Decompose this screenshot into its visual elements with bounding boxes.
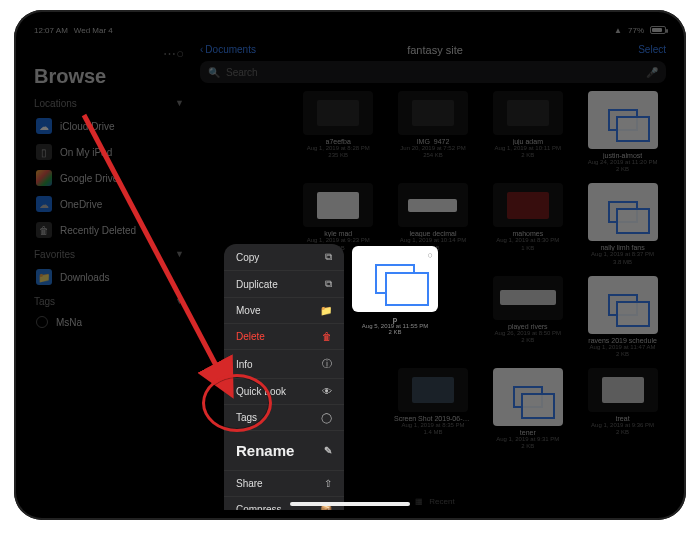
- folder-title: fantasy site: [407, 44, 463, 56]
- onedrive-icon: ☁: [36, 196, 52, 212]
- menu-item-rename[interactable]: Rename✎: [224, 431, 344, 471]
- battery-icon: [650, 26, 666, 34]
- context-menu: Copy⧉ Duplicate⧉ Move📁 Delete🗑 Infoⓘ Qui…: [224, 244, 344, 510]
- share-icon: ⇧: [324, 478, 332, 489]
- back-button[interactable]: ‹ Documents: [200, 44, 256, 55]
- menu-item-share[interactable]: Share⇧: [224, 471, 344, 497]
- menu-item-tags[interactable]: Tags◯: [224, 405, 344, 431]
- status-time: 12:07 AM: [34, 26, 68, 35]
- menu-item-duplicate[interactable]: Duplicate⧉: [224, 271, 344, 298]
- folder-icon: 📁: [36, 269, 52, 285]
- google-drive-icon: [36, 170, 52, 186]
- grid-view-icon[interactable]: ▦: [415, 497, 423, 506]
- status-bar: 12:07 AM Wed Mar 4 ▲ 77%: [24, 20, 676, 40]
- ipad-device-frame: 12:07 AM Wed Mar 4 ▲ 77% ⋯○ Browse Locat…: [14, 10, 686, 520]
- screen: 12:07 AM Wed Mar 4 ▲ 77% ⋯○ Browse Locat…: [24, 20, 676, 510]
- sidebar-item-downloads[interactable]: 📁Downloads: [34, 264, 184, 290]
- sidebar-item-onedrive[interactable]: ☁OneDrive: [34, 191, 184, 217]
- file-item[interactable]: IMG_9472Jun 20, 2019 at 7:52 PM254 KB: [390, 91, 477, 173]
- browse-sidebar: ⋯○ Browse Locations ▼ ☁iCloud Drive ▯On …: [24, 40, 194, 510]
- search-input[interactable]: 🔍 Search 🎤: [200, 61, 666, 83]
- sidebar-item-recently-deleted[interactable]: 🗑Recently Deleted: [34, 217, 184, 243]
- search-icon: 🔍: [208, 67, 220, 78]
- sidebar-item-google-drive[interactable]: Google Drive: [34, 165, 184, 191]
- menu-item-copy[interactable]: Copy⧉: [224, 244, 344, 271]
- selected-file-meta: p Aug 5, 2019 at 11:55 PM2 KB: [352, 316, 438, 335]
- copy-icon: ⧉: [325, 251, 332, 263]
- chevron-down-icon: ▼: [175, 98, 184, 109]
- file-item[interactable]: a7eefbaAug 1, 2019 at 8:28 PM235 KB: [295, 91, 382, 173]
- tags-header[interactable]: Tags ▼: [34, 296, 184, 307]
- locations-header[interactable]: Locations ▼: [34, 98, 184, 109]
- chevron-down-icon: ▼: [175, 296, 184, 307]
- battery-pct: 77%: [628, 26, 644, 35]
- file-item[interactable]: justin-almostAug 24, 2019 at 11:20 PM2 K…: [579, 91, 666, 173]
- badge-icon: ○: [428, 250, 433, 260]
- file-item[interactable]: Screen Shot 2019-06-01 at...Aug 1, 2019 …: [390, 368, 477, 450]
- wifi-icon: ▲: [614, 26, 622, 35]
- sidebar-item-on-my-ipad[interactable]: ▯On My iPad: [34, 139, 184, 165]
- eye-icon: 👁: [322, 386, 332, 397]
- file-item[interactable]: treatAug 1, 2019 at 9:36 PM2 KB: [579, 368, 666, 450]
- folder-icon: 📁: [320, 305, 332, 316]
- menu-item-move[interactable]: Move📁: [224, 298, 344, 324]
- file-item[interactable]: played riversAug 26, 2019 at 8:50 PM2 KB: [484, 276, 571, 358]
- trash-icon: 🗑: [36, 222, 52, 238]
- bottom-toolbar: ▦ Recent: [415, 497, 454, 506]
- home-indicator[interactable]: [290, 502, 410, 506]
- ipad-icon: ▯: [36, 144, 52, 160]
- favorites-header[interactable]: Favorites ▼: [34, 249, 184, 260]
- tag-circle-icon: [36, 316, 48, 328]
- menu-item-delete[interactable]: Delete🗑: [224, 324, 344, 350]
- more-icon[interactable]: ⋯○: [163, 46, 184, 61]
- file-item[interactable]: ravens 2019 scheduleAug 1, 2019 at 11:47…: [579, 276, 666, 358]
- menu-item-quick-look[interactable]: Quick Look👁: [224, 379, 344, 405]
- selected-file-preview[interactable]: ○: [352, 246, 438, 312]
- sidebar-tag-item[interactable]: MsNa: [34, 311, 184, 333]
- tag-icon: ◯: [321, 412, 332, 423]
- chevron-down-icon: ▼: [175, 249, 184, 260]
- file-item[interactable]: mahomesAug 1, 2019 at 8:30 PM1 KB: [484, 183, 571, 265]
- menu-item-info[interactable]: Infoⓘ: [224, 350, 344, 379]
- webloc-icon: [375, 264, 415, 294]
- trash-icon: 🗑: [322, 331, 332, 342]
- pencil-icon: ✎: [324, 445, 332, 456]
- duplicate-icon: ⧉: [325, 278, 332, 290]
- status-date: Wed Mar 4: [74, 26, 113, 35]
- mic-icon[interactable]: 🎤: [646, 67, 658, 78]
- file-item[interactable]: tenerAug 1, 2019 at 9:31 PM2 KB: [484, 368, 571, 450]
- cloud-icon: ☁: [36, 118, 52, 134]
- select-button[interactable]: Select: [638, 44, 666, 55]
- chevron-left-icon: ‹: [200, 44, 203, 55]
- browse-title: Browse: [34, 65, 184, 88]
- sidebar-item-icloud-drive[interactable]: ☁iCloud Drive: [34, 113, 184, 139]
- file-item[interactable]: nally limh fansAug 1, 2019 at 8:37 PM3.8…: [579, 183, 666, 265]
- info-icon: ⓘ: [322, 357, 332, 371]
- file-item[interactable]: juju adamAug 1, 2019 at 10:11 PM2 KB: [484, 91, 571, 173]
